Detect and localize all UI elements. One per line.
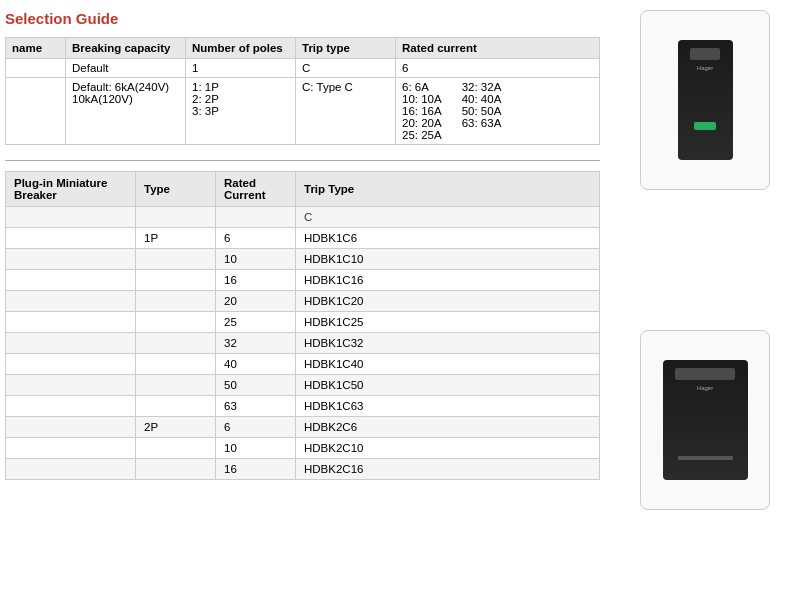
prod-model-cell: HDBK1C40	[296, 354, 600, 375]
subheader-row: C	[6, 207, 600, 228]
divider	[5, 160, 600, 161]
prod-name-cell	[6, 291, 136, 312]
options-rated: 6: 6A 10: 10A 16: 16A 20: 20A 25: 25A 32…	[396, 78, 600, 145]
prod-name-cell	[6, 333, 136, 354]
prod-current-cell: 20	[216, 291, 296, 312]
table-row: 63HDBK1C63	[6, 396, 600, 417]
prod-model-cell: HDBK1C10	[296, 249, 600, 270]
breaking-10ka: 10kA(120V)	[72, 93, 133, 105]
prod-col-trip: Trip Type	[296, 172, 600, 207]
prod-current-cell: 10	[216, 249, 296, 270]
prod-type-cell	[136, 270, 216, 291]
prod-col-current: Rated Current	[216, 172, 296, 207]
rated-6a: 6: 6A	[402, 81, 442, 93]
prod-type-cell: 2P	[136, 417, 216, 438]
col-header-trip: Trip type	[296, 38, 396, 59]
options-breaking: Default: 6kA(240V) 10kA(120V)	[66, 78, 186, 145]
default-poles: 1	[186, 59, 296, 78]
rated-col1: 6: 6A 10: 10A 16: 16A 20: 20A 25: 25A	[402, 81, 442, 141]
table-row: 32HDBK1C32	[6, 333, 600, 354]
prod-name-cell	[6, 375, 136, 396]
prod-type-cell	[136, 291, 216, 312]
table-row: 16HDBK1C16	[6, 270, 600, 291]
prod-current-cell: 6	[216, 228, 296, 249]
table-row: 10HDBK2C10	[6, 438, 600, 459]
options-row: Default: 6kA(240V) 10kA(120V) 1: 1P 2: 2…	[6, 78, 600, 145]
prod-current-cell: 40	[216, 354, 296, 375]
prod-model-cell: HDBK1C50	[296, 375, 600, 396]
brand-label-1p: Hager	[697, 65, 713, 71]
prod-type-cell	[136, 249, 216, 270]
prod-current-cell: 10	[216, 438, 296, 459]
prod-name-cell	[6, 312, 136, 333]
rated-32a: 32: 32A	[462, 81, 502, 93]
default-breaking: Default	[66, 59, 186, 78]
prod-type-cell	[136, 333, 216, 354]
table-row: 50HDBK1C50	[6, 375, 600, 396]
prod-model-cell: HDBK2C16	[296, 459, 600, 480]
rated-50a: 50: 50A	[462, 105, 502, 117]
pole-1p: 1: 1P	[192, 81, 289, 93]
prod-name-cell	[6, 438, 136, 459]
table-row: 16HDBK2C16	[6, 459, 600, 480]
prod-model-cell: HDBK1C20	[296, 291, 600, 312]
default-trip: C	[296, 59, 396, 78]
table-row: 25HDBK1C25	[6, 312, 600, 333]
right-panel: Hager Hager	[610, 0, 800, 593]
table-row: 40HDBK1C40	[6, 354, 600, 375]
prod-name-cell	[6, 396, 136, 417]
product-image-2p-box: Hager	[640, 330, 770, 510]
pole-2p: 2: 2P	[192, 93, 289, 105]
pole-3p: 3: 3P	[192, 105, 289, 117]
prod-type-cell	[136, 396, 216, 417]
prod-name-cell	[6, 228, 136, 249]
prod-current-cell: 32	[216, 333, 296, 354]
product-image-1p-box: Hager	[640, 10, 770, 190]
prod-col-name: Plug-in Miniature Breaker	[6, 172, 136, 207]
prod-current-cell: 50	[216, 375, 296, 396]
prod-type-cell	[136, 459, 216, 480]
prod-model-cell: HDBK1C6	[296, 228, 600, 249]
prod-model-cell: HDBK1C25	[296, 312, 600, 333]
prod-current-cell: 63	[216, 396, 296, 417]
default-rated: 6	[396, 59, 600, 78]
rated-40a: 40: 40A	[462, 93, 502, 105]
prod-model-cell: HDBK1C63	[296, 396, 600, 417]
col-header-name: name	[6, 38, 66, 59]
prod-col-type: Type	[136, 172, 216, 207]
rated-25a: 25: 25A	[402, 129, 442, 141]
prod-current-cell: 16	[216, 459, 296, 480]
subheader-name	[6, 207, 136, 228]
brand-label-2p: Hager	[697, 385, 713, 391]
rated-20a: 20: 20A	[402, 117, 442, 129]
options-name	[6, 78, 66, 145]
prod-current-cell: 25	[216, 312, 296, 333]
options-trip: C: Type C	[296, 78, 396, 145]
table-row: 2P6HDBK2C6	[6, 417, 600, 438]
prod-name-cell	[6, 459, 136, 480]
rated-10a: 10: 10A	[402, 93, 442, 105]
prod-model-cell: HDBK2C10	[296, 438, 600, 459]
col-header-poles: Number of poles	[186, 38, 296, 59]
prod-type-cell	[136, 438, 216, 459]
rated-col2: 32: 32A 40: 40A 50: 50A 63: 63A	[462, 81, 502, 141]
left-panel: Selection Guide name Breaking capacity N…	[0, 0, 610, 593]
main-container: Selection Guide name Breaking capacity N…	[0, 0, 800, 593]
prod-name-cell	[6, 249, 136, 270]
col-header-rated: Rated current	[396, 38, 600, 59]
switch-bar-2p	[678, 456, 733, 460]
prod-name-cell	[6, 354, 136, 375]
subheader-current	[216, 207, 296, 228]
prod-model-cell: HDBK1C16	[296, 270, 600, 291]
selection-guide-table: name Breaking capacity Number of poles T…	[5, 37, 600, 145]
product-image-2p: Hager	[663, 360, 748, 480]
table-row: 1P6HDBK1C6	[6, 228, 600, 249]
options-poles: 1: 1P 2: 2P 3: 3P	[186, 78, 296, 145]
col-header-breaking: Breaking capacity	[66, 38, 186, 59]
rated-63a: 63: 63A	[462, 117, 502, 129]
prod-type-cell	[136, 375, 216, 396]
table-row: 10HDBK1C10	[6, 249, 600, 270]
prod-name-cell	[6, 270, 136, 291]
subheader-trip-c: C	[296, 207, 600, 228]
subheader-type	[136, 207, 216, 228]
